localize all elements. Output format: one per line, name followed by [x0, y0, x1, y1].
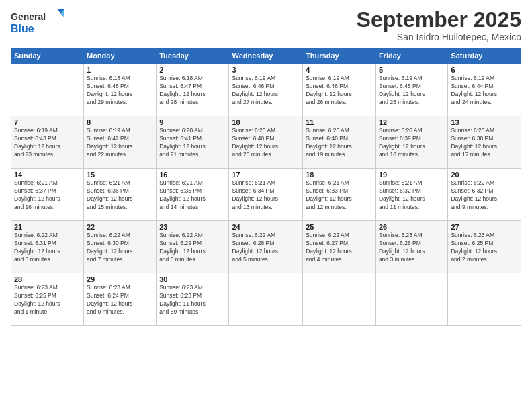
day-info: Sunrise: 6:22 AM Sunset: 6:27 PM Dayligh… — [306, 232, 373, 264]
day-number: 6 — [451, 66, 518, 74]
calendar-cell — [375, 273, 447, 326]
weekday-header: Saturday — [448, 48, 521, 64]
day-info: Sunrise: 6:19 AM Sunset: 6:45 PM Dayligh… — [379, 75, 445, 107]
day-number: 8 — [87, 118, 153, 126]
day-info: Sunrise: 6:20 AM Sunset: 6:40 PM Dayligh… — [306, 127, 373, 159]
day-info: Sunrise: 6:23 AM Sunset: 6:23 PM Dayligh… — [159, 284, 226, 316]
weekday-header: Friday — [375, 48, 447, 64]
page-title: September 2025 — [357, 8, 521, 32]
calendar-cell: 4Sunrise: 6:19 AM Sunset: 6:46 PM Daylig… — [303, 64, 376, 116]
day-info: Sunrise: 6:23 AM Sunset: 6:25 PM Dayligh… — [14, 284, 81, 316]
calendar-cell: 6Sunrise: 6:19 AM Sunset: 6:44 PM Daylig… — [448, 64, 521, 116]
calendar-cell: 10Sunrise: 6:20 AM Sunset: 6:40 PM Dayli… — [229, 116, 303, 169]
calendar-cell: 8Sunrise: 6:19 AM Sunset: 6:42 PM Daylig… — [84, 116, 157, 169]
calendar-cell: 22Sunrise: 6:22 AM Sunset: 6:30 PM Dayli… — [84, 221, 157, 273]
day-info: Sunrise: 6:22 AM Sunset: 6:29 PM Dayligh… — [159, 232, 226, 264]
day-info: Sunrise: 6:21 AM Sunset: 6:37 PM Dayligh… — [14, 179, 81, 212]
calendar-cell — [303, 273, 376, 326]
calendar-cell — [229, 273, 303, 326]
calendar-cell — [11, 64, 84, 116]
calendar-cell: 27Sunrise: 6:23 AM Sunset: 6:25 PM Dayli… — [448, 221, 521, 273]
day-info: Sunrise: 6:19 AM Sunset: 6:46 PM Dayligh… — [232, 75, 300, 107]
day-info: Sunrise: 6:21 AM Sunset: 6:35 PM Dayligh… — [159, 179, 226, 212]
calendar-cell: 19Sunrise: 6:21 AM Sunset: 6:32 PM Dayli… — [375, 169, 447, 221]
logo: General Blue — [11, 8, 64, 38]
calendar-cell: 20Sunrise: 6:22 AM Sunset: 6:32 PM Dayli… — [448, 169, 521, 221]
day-info: Sunrise: 6:21 AM Sunset: 6:34 PM Dayligh… — [232, 179, 300, 212]
day-number: 27 — [451, 223, 518, 231]
day-info: Sunrise: 6:22 AM Sunset: 6:28 PM Dayligh… — [232, 232, 300, 264]
calendar-cell: 29Sunrise: 6:23 AM Sunset: 6:24 PM Dayli… — [84, 273, 157, 326]
day-number: 12 — [379, 118, 445, 126]
day-info: Sunrise: 6:19 AM Sunset: 6:43 PM Dayligh… — [14, 127, 81, 159]
calendar-cell: 11Sunrise: 6:20 AM Sunset: 6:40 PM Dayli… — [303, 116, 376, 169]
day-number: 3 — [232, 66, 300, 74]
calendar-cell: 2Sunrise: 6:18 AM Sunset: 6:47 PM Daylig… — [157, 64, 229, 116]
day-number: 24 — [232, 223, 300, 231]
day-number: 11 — [306, 118, 373, 126]
day-info: Sunrise: 6:23 AM Sunset: 6:24 PM Dayligh… — [87, 284, 153, 316]
day-number: 9 — [159, 118, 226, 126]
day-number: 25 — [306, 223, 373, 231]
day-info: Sunrise: 6:20 AM Sunset: 6:39 PM Dayligh… — [379, 127, 445, 159]
calendar-cell: 25Sunrise: 6:22 AM Sunset: 6:27 PM Dayli… — [303, 221, 376, 273]
calendar-cell: 21Sunrise: 6:22 AM Sunset: 6:31 PM Dayli… — [11, 221, 84, 273]
day-number: 4 — [306, 66, 373, 74]
weekday-header: Sunday — [11, 48, 84, 64]
day-info: Sunrise: 6:18 AM Sunset: 6:48 PM Dayligh… — [87, 75, 153, 107]
day-info: Sunrise: 6:20 AM Sunset: 6:40 PM Dayligh… — [232, 127, 300, 159]
calendar-cell: 24Sunrise: 6:22 AM Sunset: 6:28 PM Dayli… — [229, 221, 303, 273]
day-info: Sunrise: 6:22 AM Sunset: 6:32 PM Dayligh… — [451, 179, 518, 212]
day-info: Sunrise: 6:19 AM Sunset: 6:46 PM Dayligh… — [306, 75, 373, 107]
day-info: Sunrise: 6:19 AM Sunset: 6:44 PM Dayligh… — [451, 75, 518, 107]
day-number: 23 — [159, 223, 226, 231]
calendar-cell: 17Sunrise: 6:21 AM Sunset: 6:34 PM Dayli… — [229, 169, 303, 221]
day-number: 20 — [451, 171, 518, 179]
day-number: 26 — [379, 223, 445, 231]
day-number: 21 — [14, 223, 81, 231]
day-info: Sunrise: 6:21 AM Sunset: 6:36 PM Dayligh… — [87, 179, 153, 212]
day-number: 15 — [87, 171, 153, 179]
calendar-cell: 13Sunrise: 6:20 AM Sunset: 6:38 PM Dayli… — [448, 116, 521, 169]
calendar-cell — [448, 273, 521, 326]
calendar-cell: 9Sunrise: 6:20 AM Sunset: 6:41 PM Daylig… — [157, 116, 229, 169]
calendar-cell: 15Sunrise: 6:21 AM Sunset: 6:36 PM Dayli… — [84, 169, 157, 221]
day-info: Sunrise: 6:22 AM Sunset: 6:31 PM Dayligh… — [14, 232, 81, 264]
day-number: 7 — [14, 118, 81, 126]
day-info: Sunrise: 6:20 AM Sunset: 6:38 PM Dayligh… — [451, 127, 518, 159]
weekday-header: Monday — [84, 48, 157, 64]
day-info: Sunrise: 6:21 AM Sunset: 6:33 PM Dayligh… — [306, 179, 373, 212]
calendar-cell: 18Sunrise: 6:21 AM Sunset: 6:33 PM Dayli… — [303, 169, 376, 221]
calendar-cell: 26Sunrise: 6:23 AM Sunset: 6:26 PM Dayli… — [375, 221, 447, 273]
calendar-cell: 16Sunrise: 6:21 AM Sunset: 6:35 PM Dayli… — [157, 169, 229, 221]
day-number: 17 — [232, 171, 300, 179]
weekday-header: Wednesday — [229, 48, 303, 64]
weekday-header: Tuesday — [157, 48, 229, 64]
location-subtitle: San Isidro Huilotepec, Mexico — [357, 32, 521, 42]
calendar-cell: 14Sunrise: 6:21 AM Sunset: 6:37 PM Dayli… — [11, 169, 84, 221]
calendar-cell: 30Sunrise: 6:23 AM Sunset: 6:23 PM Dayli… — [157, 273, 229, 326]
day-info: Sunrise: 6:20 AM Sunset: 6:41 PM Dayligh… — [159, 127, 226, 159]
day-info: Sunrise: 6:23 AM Sunset: 6:26 PM Dayligh… — [379, 232, 445, 264]
day-number: 2 — [159, 66, 226, 74]
day-number: 29 — [87, 275, 153, 283]
calendar-cell: 7Sunrise: 6:19 AM Sunset: 6:43 PM Daylig… — [11, 116, 84, 169]
calendar-cell: 28Sunrise: 6:23 AM Sunset: 6:25 PM Dayli… — [11, 273, 84, 326]
day-number: 14 — [14, 171, 81, 179]
day-info: Sunrise: 6:23 AM Sunset: 6:25 PM Dayligh… — [451, 232, 518, 264]
calendar-cell: 3Sunrise: 6:19 AM Sunset: 6:46 PM Daylig… — [229, 64, 303, 116]
svg-text:General: General — [11, 11, 46, 22]
day-number: 13 — [451, 118, 518, 126]
day-info: Sunrise: 6:19 AM Sunset: 6:42 PM Dayligh… — [87, 127, 153, 159]
day-info: Sunrise: 6:22 AM Sunset: 6:30 PM Dayligh… — [87, 232, 153, 264]
day-info: Sunrise: 6:18 AM Sunset: 6:47 PM Dayligh… — [159, 75, 226, 107]
calendar-table: SundayMondayTuesdayWednesdayThursdayFrid… — [11, 48, 521, 326]
weekday-header: Thursday — [303, 48, 376, 64]
day-number: 30 — [159, 275, 226, 283]
day-number: 22 — [87, 223, 153, 231]
calendar-cell: 1Sunrise: 6:18 AM Sunset: 6:48 PM Daylig… — [84, 64, 157, 116]
day-number: 1 — [87, 66, 153, 74]
day-number: 28 — [14, 275, 81, 283]
day-number: 19 — [379, 171, 445, 179]
calendar-cell: 5Sunrise: 6:19 AM Sunset: 6:45 PM Daylig… — [375, 64, 447, 116]
